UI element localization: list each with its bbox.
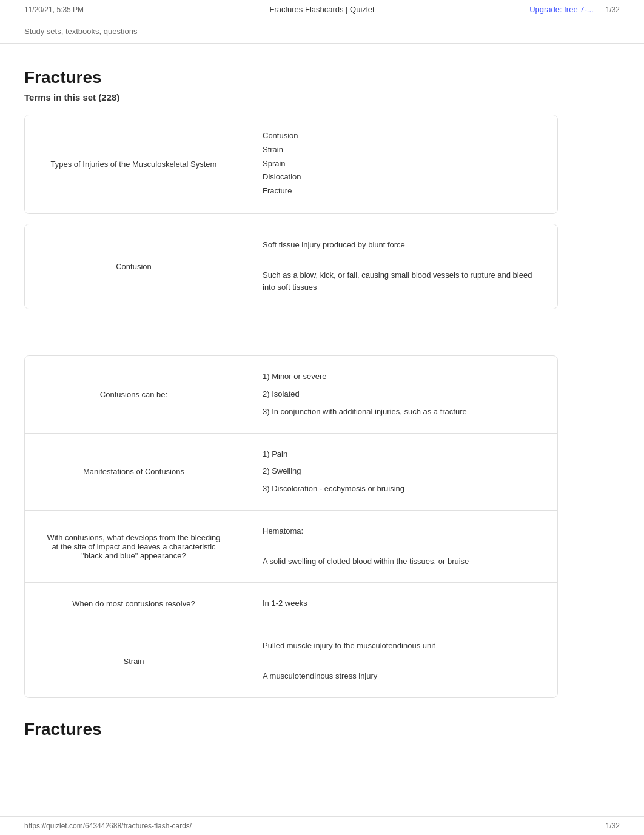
def-para: In 1-2 weeks	[263, 597, 538, 610]
card-term-5: With contusions, what develops from the …	[25, 511, 243, 582]
flashcard-row-7: Strain Pulled muscle injury to the muscu…	[25, 625, 557, 697]
card-group-2: Contusion Soft tissue injury produced by…	[24, 224, 558, 309]
card-term-6: When do most contusions resolve?	[25, 583, 243, 625]
page-number-top: 1/32	[606, 5, 620, 14]
upgrade-link[interactable]: Upgrade: free 7-...	[529, 5, 594, 14]
card-term-1: Types of Injuries of the Musculoskeletal…	[25, 115, 243, 213]
list-item: Contusion	[263, 130, 538, 143]
def-para: 1) Minor or severe	[263, 371, 538, 383]
card-group-3: Contusions can be: 1) Minor or severe 2)…	[24, 355, 558, 697]
list-item: Strain	[263, 144, 538, 156]
top-bar-right: Upgrade: free 7-... 1/32	[529, 5, 620, 14]
page-title-meta: Fractures Flashcards | Quizlet	[269, 5, 374, 14]
card-definition-3: 1) Minor or severe 2) Isolated 3) In con…	[243, 356, 557, 432]
def-para: 2) Isolated	[263, 388, 538, 401]
card-term-2: Contusion	[25, 224, 243, 309]
set-info: Terms in this set (228)	[24, 92, 558, 102]
list-item: Sprain	[263, 158, 538, 170]
def-para: 3) In conjunction with additional injuri…	[263, 406, 538, 418]
card-definition-5: Hematoma: A solid swelling of clotted bl…	[243, 511, 557, 582]
card-group-1: Types of Injuries of the Musculoskeletal…	[24, 115, 558, 214]
card-term-7: Strain	[25, 625, 243, 697]
flashcard-row-4: Manifestations of Contusions 1) Pain 2) …	[25, 434, 557, 511]
def-para: 3) Discoloration - ecchymosis or bruisin…	[263, 483, 538, 495]
card-definition-2: Soft tissue injury produced by blunt for…	[243, 224, 557, 309]
flashcard-row-3: Contusions can be: 1) Minor or severe 2)…	[25, 356, 557, 433]
section-title-bottom: Fractures	[24, 708, 558, 744]
list-item: Dislocation	[263, 171, 538, 184]
def-para: 2) Swelling	[263, 465, 538, 478]
def-para: A solid swelling of clotted blood within…	[263, 555, 538, 568]
page-title: Fractures	[24, 68, 558, 87]
main-content: Fractures Terms in this set (228) Types …	[0, 44, 582, 756]
nav-bar: Study sets, textbooks, questions	[0, 19, 644, 44]
def-para: 1) Pain	[263, 448, 538, 461]
card-definition-4: 1) Pain 2) Swelling 3) Discoloration - e…	[243, 434, 557, 510]
def-para: A musculotendinous stress injury	[263, 670, 538, 683]
card-definition-6: In 1-2 weeks	[243, 583, 557, 625]
nav-links[interactable]: Study sets, textbooks, questions	[24, 27, 137, 36]
card-definition-1: Contusion Strain Sprain Dislocation Frac…	[243, 115, 557, 213]
def-para: Hematoma:	[263, 525, 538, 538]
flashcard-row-1: Types of Injuries of the Musculoskeletal…	[25, 115, 557, 213]
def-list-1: Contusion Strain Sprain Dislocation Frac…	[263, 130, 538, 199]
def-para: Soft tissue injury produced by blunt for…	[263, 239, 538, 252]
card-definition-7: Pulled muscle injury to the musculotendi…	[243, 625, 557, 697]
list-item: Fracture	[263, 185, 538, 198]
flashcard-row-6: When do most contusions resolve? In 1-2 …	[25, 583, 557, 625]
def-para: Such as a blow, kick, or fall, causing s…	[263, 269, 538, 295]
card-term-3: Contusions can be:	[25, 356, 243, 432]
card-term-4: Manifestations of Contusions	[25, 434, 243, 510]
flashcard-row-5: With contusions, what develops from the …	[25, 511, 557, 583]
top-bar: 11/20/21, 5:35 PM Fractures Flashcards |…	[0, 0, 644, 19]
datetime: 11/20/21, 5:35 PM	[24, 5, 84, 14]
spacer	[24, 319, 558, 355]
def-para: Pulled muscle injury to the musculotendi…	[263, 640, 538, 652]
flashcard-row-2: Contusion Soft tissue injury produced by…	[25, 224, 557, 309]
